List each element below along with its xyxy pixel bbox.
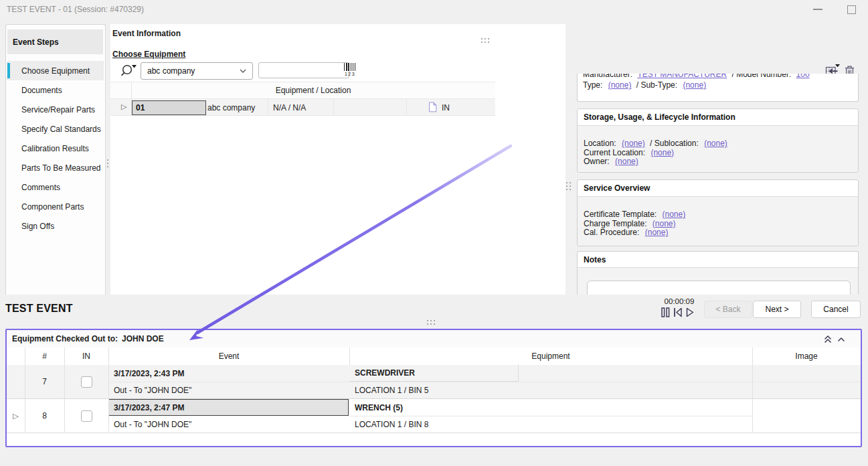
- type-label: Type:: [583, 80, 602, 90]
- row-expander-icon[interactable]: ▷: [7, 399, 25, 433]
- equipment-identity-card: Manufacturer: TEST MANUFACTURER / Model …: [577, 74, 859, 102]
- selected-event-time-cell[interactable]: 3/17/2023, 2:47 PM: [108, 399, 349, 416]
- sidebar-item-calibration-results[interactable]: Calibration Results: [7, 139, 104, 158]
- owner-link[interactable]: (none): [615, 157, 638, 166]
- skip-to-start-icon[interactable]: [673, 307, 683, 317]
- event-detail: Out - To "JOHN DOE": [114, 382, 191, 398]
- checkout-person: JOHN DOE: [122, 334, 164, 343]
- sidebar-item-documents[interactable]: Documents: [7, 80, 104, 100]
- cancel-button[interactable]: Cancel: [811, 301, 861, 318]
- equipment-name: WRENCH (5): [355, 399, 403, 416]
- row-expander-icon[interactable]: ▷: [121, 102, 126, 111]
- column-header-equipment: Equipment: [349, 347, 752, 365]
- cal-procedure-label: Cal. Procedure:: [584, 228, 639, 237]
- sidebar-item-sign-offs[interactable]: Sign Offs: [7, 216, 104, 236]
- checkout-header: Equipment Checked Out to: JOHN DOE: [7, 330, 861, 348]
- sidebar-item-label: Choose Equipment: [21, 66, 90, 76]
- current-location-label: Current Location:: [584, 148, 645, 157]
- equipment-location-column-header: Equipment / Location: [131, 82, 495, 98]
- document-icon[interactable]: [428, 102, 437, 112]
- app-window: TEST EVENT - 01 (Session: #470329) Event…: [0, 0, 868, 466]
- sidebar-item-comments[interactable]: Comments: [7, 177, 104, 197]
- equipment-location: LOCATION 1 / BIN 8: [355, 416, 428, 433]
- sidebar-item-label: Service/Repair Parts: [21, 105, 95, 114]
- collapse-icon[interactable]: [837, 335, 846, 343]
- cal-procedure-link[interactable]: (none): [645, 228, 669, 237]
- storage-card: Storage, Usage, & Lifecycle Information …: [577, 108, 859, 173]
- row-checkbox[interactable]: [81, 410, 92, 422]
- location-link[interactable]: (none): [622, 139, 645, 148]
- window-title: TEST EVENT - 01 (Session: #470329): [7, 5, 144, 14]
- owner-label: Owner:: [584, 157, 610, 166]
- sidebar-item-service-repair-parts[interactable]: Service/Repair Parts: [7, 100, 104, 119]
- current-location-link[interactable]: (none): [650, 148, 674, 157]
- equipment-id-cell[interactable]: 01: [132, 100, 206, 115]
- row-checkbox[interactable]: [81, 376, 92, 388]
- search-icon[interactable]: [119, 62, 138, 80]
- notes-card: Notes: [577, 251, 859, 295]
- checkout-row-7[interactable]: 7 3/17/2023, 2:43 PM Out - To "JOHN DOE"…: [7, 365, 861, 398]
- column-divider: [108, 347, 109, 432]
- column-header-in: IN: [64, 347, 108, 365]
- manufacturer-link[interactable]: TEST MANUFACTURER: [637, 74, 727, 79]
- event-timer: 00:00:09: [660, 297, 699, 305]
- subtype-link[interactable]: (none): [683, 80, 706, 90]
- sidebar-item-label: Component Parts: [21, 202, 84, 212]
- chevron-down-icon: [240, 69, 252, 73]
- storage-card-body: Location: (none) / Sublocation: (none) C…: [578, 125, 858, 172]
- minimize-icon[interactable]: [813, 9, 822, 10]
- footer-bar: TEST EVENT 00:00:09 < Back Next > Cancel: [0, 295, 868, 329]
- collapse-all-icon[interactable]: [823, 335, 833, 343]
- subtype-label: / Sub-Type:: [636, 80, 677, 90]
- pause-icon[interactable]: [661, 307, 670, 317]
- charge-template-label: Charge Template:: [584, 219, 647, 228]
- equipment-id: 01: [136, 103, 145, 112]
- sidebar-item-component-parts[interactable]: Component Parts: [7, 197, 104, 216]
- checkout-row-8[interactable]: ▷ 8 3/17/2023, 2:47 PM Out - To "JOHN DO…: [7, 398, 861, 433]
- charge-template-link[interactable]: (none): [653, 219, 676, 228]
- active-step-indicator: [7, 63, 10, 78]
- search-input[interactable]: [258, 62, 349, 78]
- company-select-value: abc company: [141, 66, 240, 76]
- footer-splitter-grip[interactable]: [427, 320, 428, 321]
- notes-input[interactable]: [587, 281, 851, 295]
- service-overview-card: Service Overview Certificate Template: (…: [577, 179, 859, 246]
- sidebar-item-choose-equipment[interactable]: Choose Equipment: [7, 61, 104, 80]
- sublocation-link[interactable]: (none): [704, 139, 727, 148]
- section-title: Event Information: [112, 29, 181, 38]
- sidebar-item-specify-cal-standards[interactable]: Specify Cal Standards: [7, 119, 104, 139]
- equipment-table-header-row: Equipment / Location: [110, 82, 495, 99]
- column-divider: [752, 347, 753, 432]
- sidebar-item-label: Sign Offs: [21, 222, 54, 231]
- column-header-event: Event: [108, 347, 349, 365]
- column-divider: [25, 347, 25, 432]
- type-link[interactable]: (none): [608, 80, 632, 90]
- event-title: TEST EVENT: [5, 303, 73, 315]
- sidebar-item-label: Comments: [21, 183, 60, 192]
- maximize-icon[interactable]: [847, 5, 856, 14]
- barcode-icon[interactable]: 123: [344, 63, 356, 76]
- certificate-template-link[interactable]: (none): [663, 210, 686, 219]
- back-button[interactable]: < Back: [704, 301, 752, 318]
- equipment-location: LOCATION 1 / BIN 5: [355, 382, 428, 398]
- model-number-label: / Model Number:: [732, 74, 792, 79]
- sidebar-item-label: Calibration Results: [21, 144, 89, 153]
- checkout-header-label: Equipment Checked Out to:: [12, 334, 118, 343]
- sidebar-splitter-grip[interactable]: [107, 159, 108, 161]
- top-splitter-grip[interactable]: [481, 38, 483, 40]
- sidebar-splitter[interactable]: [105, 24, 106, 295]
- barcode-label: 123: [344, 72, 356, 76]
- sidebar-item-label: Parts To Be Measured: [21, 163, 101, 173]
- column-divider: [349, 347, 350, 365]
- play-icon[interactable]: [686, 307, 694, 317]
- checkout-table-header-row: # IN Event Equipment Image: [7, 347, 861, 366]
- company-select[interactable]: abc company: [141, 62, 253, 80]
- manufacturer-line: Manufacturer: TEST MANUFACTURER / Model …: [583, 74, 810, 80]
- event-steps-title: Event Steps: [7, 37, 59, 47]
- equipment-location: N/A / N/A: [273, 99, 306, 116]
- next-button[interactable]: Next >: [753, 301, 801, 318]
- sidebar-item-parts-to-be-measured[interactable]: Parts To Be Measured: [7, 158, 104, 177]
- details-splitter-grip[interactable]: [566, 182, 568, 183]
- storage-card-title: Storage, Usage, & Lifecycle Information: [578, 109, 858, 125]
- model-number-link[interactable]: 100: [796, 74, 810, 79]
